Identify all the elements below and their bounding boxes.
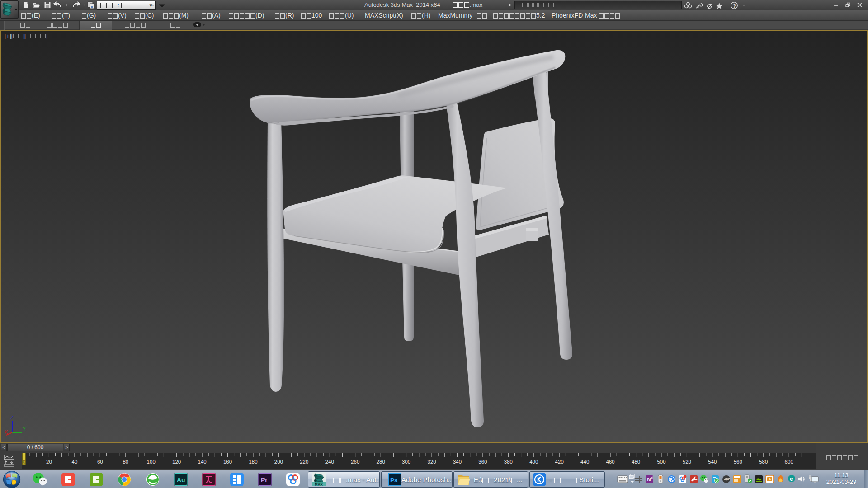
svg-text:260: 260 — [351, 459, 359, 465]
svg-text:280: 280 — [377, 459, 385, 465]
svg-text:120: 120 — [172, 459, 181, 465]
svg-text:400: 400 — [529, 459, 538, 465]
svg-text:380: 380 — [504, 459, 513, 465]
svg-text:500: 500 — [657, 459, 665, 465]
svg-text:e: e — [790, 476, 793, 482]
svg-text:N: N — [647, 477, 651, 482]
svg-text:80: 80 — [123, 459, 128, 465]
svg-text:100: 100 — [147, 459, 156, 465]
svg-text:Pr: Pr — [261, 476, 268, 483]
svg-text:480: 480 — [632, 459, 640, 465]
svg-text:520: 520 — [683, 459, 691, 465]
svg-text:Au: Au — [177, 476, 185, 483]
svg-text:340: 340 — [453, 459, 462, 465]
svg-text:440: 440 — [580, 459, 589, 465]
svg-text:Ps: Ps — [390, 477, 398, 483]
svg-text:200: 200 — [274, 459, 283, 465]
svg-text:560: 560 — [734, 459, 742, 465]
svg-text:300: 300 — [402, 459, 410, 465]
svg-text:580: 580 — [759, 459, 768, 465]
svg-text:600: 600 — [785, 459, 793, 465]
svg-text:0: 0 — [23, 459, 25, 465]
svg-text:60: 60 — [97, 459, 103, 465]
svg-text:X: X — [5, 429, 8, 435]
svg-text:40: 40 — [72, 459, 78, 465]
svg-text:20: 20 — [46, 459, 52, 465]
svg-text:220: 220 — [300, 459, 308, 465]
svg-text:420: 420 — [555, 459, 564, 465]
svg-text:320: 320 — [427, 459, 436, 465]
svg-text:140: 140 — [198, 459, 207, 465]
svg-text:?: ? — [733, 3, 736, 9]
svg-text:Z: Z — [10, 415, 14, 420]
svg-text:240: 240 — [326, 459, 334, 465]
svg-text:MAX: MAX — [315, 483, 323, 487]
svg-text:180: 180 — [249, 459, 257, 465]
svg-text:Y: Y — [23, 426, 26, 432]
svg-text:160: 160 — [223, 459, 232, 465]
svg-text:540: 540 — [708, 459, 717, 465]
svg-text:460: 460 — [606, 459, 615, 465]
svg-text:360: 360 — [478, 459, 487, 465]
